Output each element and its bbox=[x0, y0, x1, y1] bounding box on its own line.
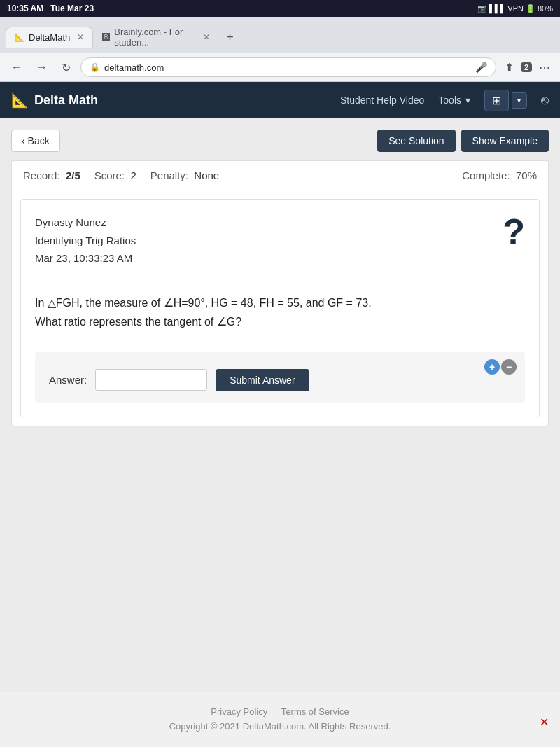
answer-section: + − Answer: Submit Answer bbox=[35, 352, 525, 403]
copyright-text: Copyright © 2021 DeltaMath.com. All Righ… bbox=[14, 721, 546, 732]
problem-card: Dynasty Nunez Identifying Trig Ratios Ma… bbox=[20, 199, 540, 417]
record-info: Record: 2/5 Score: 2 Penalty: None bbox=[23, 169, 219, 181]
tabs-count-badge: 2 bbox=[521, 62, 532, 72]
show-example-button[interactable]: Show Example bbox=[461, 130, 549, 152]
tools-label: Tools bbox=[438, 95, 461, 106]
score-value: 2 bbox=[130, 169, 136, 181]
zoom-in-button[interactable]: + bbox=[484, 359, 500, 375]
lock-icon: 🔒 bbox=[90, 62, 100, 72]
calculator-button[interactable]: ⊞ bbox=[484, 90, 509, 111]
submit-answer-button[interactable]: Submit Answer bbox=[216, 369, 309, 391]
logo-text: Delta Math bbox=[34, 93, 98, 108]
app-logo: 📐 Delta Math bbox=[11, 92, 98, 109]
tools-menu[interactable]: Tools ▾ bbox=[438, 95, 470, 106]
status-time-date: 10:35 AM Tue Mar 23 bbox=[7, 4, 94, 13]
problem-header: Dynasty Nunez Identifying Trig Ratios Ma… bbox=[35, 214, 525, 267]
answer-input[interactable] bbox=[95, 369, 207, 391]
tab-bar: 📐 DeltaMath ✕ 🅱 Brainly.com - For studen… bbox=[0, 17, 560, 53]
share-button[interactable]: ⬆ bbox=[502, 58, 517, 77]
calculator-dropdown-button[interactable]: ▾ bbox=[512, 92, 527, 109]
url-text: deltamath.com bbox=[104, 62, 471, 73]
logout-button[interactable]: ⎋ bbox=[541, 93, 549, 108]
action-bar: ‹ Back See Solution Show Example bbox=[11, 130, 549, 152]
status-bar: 10:35 AM Tue Mar 23 📷 ▌▌▌ VPN 🔋 80% bbox=[0, 0, 560, 17]
privacy-policy-link[interactable]: Privacy Policy bbox=[211, 706, 267, 717]
penalty-value: None bbox=[194, 169, 219, 181]
signal-icon: ▌▌▌ bbox=[489, 4, 505, 13]
tab-deltamath[interactable]: 📐 DeltaMath ✕ bbox=[6, 27, 93, 48]
record-text: Record: 2/5 bbox=[23, 169, 80, 181]
tab-deltamath-close[interactable]: ✕ bbox=[77, 32, 84, 42]
complete-value: 70% bbox=[516, 169, 537, 181]
problem-divider bbox=[35, 279, 525, 279]
battery-icon: 🔋 bbox=[526, 4, 536, 13]
score-text: Score: 2 bbox=[94, 169, 136, 181]
status-icons: 📷 ▌▌▌ VPN 🔋 80% bbox=[477, 4, 553, 13]
microphone-icon[interactable]: 🎤 bbox=[475, 62, 487, 73]
student-info: Dynasty Nunez Identifying Trig Ratios Ma… bbox=[35, 214, 136, 267]
penalty-text: Penalty: None bbox=[150, 169, 219, 181]
tab-brainly[interactable]: 🅱 Brainly.com - For studen... ✕ bbox=[93, 21, 219, 53]
calculator-button-group: ⊞ ▾ bbox=[484, 90, 527, 111]
brainly-tab-icon: 🅱 bbox=[102, 33, 110, 41]
address-actions: ⬆ 2 ⋯ bbox=[502, 58, 553, 77]
problem-text: In △FGH, the measure of ∠H=90°, HG = 48,… bbox=[35, 293, 525, 331]
page-footer: Privacy Policy Terms of Service Copyrigh… bbox=[0, 692, 560, 746]
zoom-out-button[interactable]: − bbox=[501, 359, 517, 375]
deltamath-tab-icon: 📐 bbox=[15, 33, 24, 42]
app-navbar: 📐 Delta Math Student Help Video Tools ▾ … bbox=[0, 82, 560, 118]
complete-text: Complete: 70% bbox=[462, 169, 537, 181]
camera-icon: 📷 bbox=[477, 4, 487, 13]
url-bar[interactable]: 🔒 deltamath.com 🎤 bbox=[80, 57, 496, 77]
action-buttons: See Solution Show Example bbox=[377, 130, 549, 152]
new-tab-button[interactable]: + bbox=[219, 25, 241, 50]
deltamath-tab-label: DeltaMath bbox=[29, 32, 70, 43]
tools-dropdown-icon: ▾ bbox=[465, 95, 470, 106]
tab-brainly-close[interactable]: ✕ bbox=[203, 32, 210, 42]
back-nav-button[interactable]: ← bbox=[7, 58, 27, 76]
help-question-icon[interactable]: ? bbox=[503, 214, 525, 250]
browser-chrome: 📐 DeltaMath ✕ 🅱 Brainly.com - For studen… bbox=[0, 17, 560, 82]
answer-row: Answer: Submit Answer bbox=[49, 369, 511, 391]
record-bar: Record: 2/5 Score: 2 Penalty: None Compl… bbox=[12, 161, 548, 190]
student-help-video-link[interactable]: Student Help Video bbox=[340, 95, 424, 106]
more-options-button[interactable]: ⋯ bbox=[536, 58, 553, 77]
answer-label: Answer: bbox=[49, 374, 87, 386]
problem-date: Mar 23, 10:33:23 AM bbox=[35, 249, 136, 267]
logo-icon: 📐 bbox=[11, 92, 29, 109]
zoom-controls: + − bbox=[484, 359, 517, 375]
footer-links: Privacy Policy Terms of Service bbox=[14, 706, 546, 717]
battery-percent: 80% bbox=[538, 4, 553, 13]
brainly-tab-label: Brainly.com - For studen... bbox=[114, 27, 196, 48]
address-bar: ← → ↻ 🔒 deltamath.com 🎤 ⬆ 2 ⋯ bbox=[0, 53, 560, 81]
terms-of-service-link[interactable]: Terms of Service bbox=[281, 706, 349, 717]
problem-type: Identifying Trig Ratios bbox=[35, 232, 136, 250]
forward-nav-button[interactable]: → bbox=[32, 58, 52, 76]
vpn-icon: VPN bbox=[507, 4, 524, 13]
main-content: ‹ Back See Solution Show Example Record:… bbox=[0, 118, 560, 692]
record-value: 2/5 bbox=[66, 169, 80, 181]
footer-close-icon[interactable]: ✕ bbox=[540, 715, 549, 729]
problem-wrapper: Record: 2/5 Score: 2 Penalty: None Compl… bbox=[11, 160, 549, 426]
reload-button[interactable]: ↻ bbox=[57, 58, 75, 77]
student-name: Dynasty Nunez bbox=[35, 214, 136, 232]
back-button[interactable]: ‹ Back bbox=[11, 130, 60, 152]
see-solution-button[interactable]: See Solution bbox=[377, 130, 455, 152]
